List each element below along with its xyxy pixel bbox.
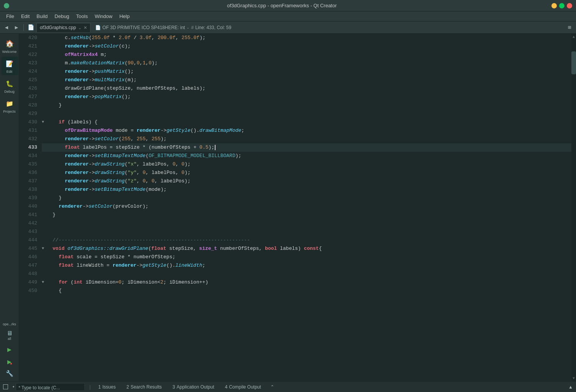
title-text: of3dGraphics.cpp - openFrameworks - Qt C… <box>12 3 551 8</box>
tab-close-icon[interactable]: ✕ <box>84 25 87 30</box>
code-line-427: ▶ renderer->popMatrix(); <box>42 93 571 101</box>
search-label: Search Results <box>130 384 161 390</box>
run-button-green[interactable]: ▶ <box>7 344 12 354</box>
scroll-down-btn[interactable]: ▼ <box>571 375 576 381</box>
welcome-icon: 🏠 <box>4 38 15 49</box>
projects-label: Projects <box>3 110 16 113</box>
code-line-441: ▶ } <box>42 211 571 219</box>
status-right-expand[interactable]: ▲ <box>568 384 573 390</box>
sidebar-item-debug[interactable]: 🐛 Debug <box>1 77 18 95</box>
output-arrow[interactable]: ⌃ <box>270 384 274 390</box>
code-line-420: ▶ c.setHsb(255.0f * 2.0f / 3.0f, 200.0f,… <box>42 34 571 42</box>
code-line-428: ▶ } <box>42 101 571 110</box>
maximize-btn[interactable] <box>559 3 564 8</box>
compile-num: 4 <box>225 384 228 390</box>
forward-button[interactable]: ▶ <box>12 23 21 32</box>
menu-tools[interactable]: Tools <box>73 13 91 20</box>
menu-window[interactable]: Window <box>92 13 115 20</box>
code-line-425: ▶ renderer->multMatrix(m); <box>42 76 571 84</box>
statusbar: • * Type to locate (C... | 1 Issues 2 Se… <box>0 381 576 392</box>
code-line-440: ▶ renderer->setColor(prevColor); <box>42 202 571 211</box>
sidebar-item-welcome[interactable]: 🏠 Welcome <box>1 37 18 55</box>
menu-help[interactable]: Help <box>116 13 133 20</box>
code-line-423: ▶ m.makeRotationMatrix(90,0,1,0); <box>42 59 571 67</box>
scroll-up-btn[interactable]: ▲ <box>571 34 576 40</box>
code-line-443: ▶ <box>42 228 571 236</box>
editor-tab[interactable]: of3dGraphics.cpp ⌄ ✕ <box>36 23 91 32</box>
locate-bar-wrap: • * Type to locate (C... <box>13 383 85 391</box>
status-tab-3[interactable]: 3 Application Output <box>170 384 217 390</box>
vertical-scrollbar[interactable]: ▲ ▼ <box>571 34 576 381</box>
editor: 420 421 422 423 424 425 426 427 428 429 … <box>19 34 576 381</box>
minimize-btn[interactable] <box>551 3 557 8</box>
code-line-445: ▼ void of3dGraphics::drawGridPlane(float… <box>42 244 571 253</box>
breadcrumb-area: 📄 OF 3D PRIMITIVE ICO SP418HERE: int ⌄ #… <box>92 25 564 30</box>
code-line-430: ▼ if (labels) { <box>42 118 571 126</box>
code-line-421: ▶ renderer->setColor(c); <box>42 42 571 51</box>
search-num: 2 <box>127 384 129 390</box>
code-line-424: ▶ renderer->pushMatrix(); <box>42 67 571 76</box>
breadcrumb-arrow: ⌄ <box>186 25 189 30</box>
run-button-red[interactable]: ▶● <box>7 357 12 367</box>
code-line-437: ▶ renderer->drawString("z", 0, 0, labelP… <box>42 177 571 185</box>
status-icon-sq <box>3 384 8 389</box>
back-button[interactable]: ◀ <box>2 23 11 32</box>
edit-label: Edit <box>7 70 13 74</box>
expand-btn[interactable]: ⊞ <box>565 23 574 32</box>
menu-build[interactable]: Build <box>33 13 51 20</box>
tab-arrow: ⌄ <box>78 26 81 30</box>
code-line-435: ▶ renderer->drawString("x", labelPos, 0,… <box>42 160 571 169</box>
menu-file[interactable]: File <box>3 13 17 20</box>
locate-placeholder[interactable]: * Type to locate (C... <box>16 383 85 391</box>
code-line-433: ▶ float labelPos = stepSize * (numberOfS… <box>42 143 571 152</box>
debug-icon: 🐛 <box>4 78 15 89</box>
code-line-438: ▶ renderer->setBitmapTextMode(mode); <box>42 185 571 194</box>
scroll-thumb[interactable] <box>571 51 576 74</box>
code-line-448: ▶ <box>42 270 571 278</box>
code-line-426: ▶ drawGridPlane(stepSize, numberOfSteps,… <box>42 84 571 93</box>
code-line-436: ▶ renderer->drawString("y", 0, labelPos,… <box>42 169 571 177</box>
code-line-446: ▶ float scale = stepSize * numberOfSteps… <box>42 253 571 261</box>
sidebar-item-edit[interactable]: 📝 Edit <box>1 57 18 75</box>
issues-label: Issues <box>102 384 116 390</box>
tab-filename: of3dGraphics.cpp <box>40 25 76 30</box>
all-label: all <box>8 337 11 341</box>
code-line-431: ▶ ofDrawBitmapMode mode = renderer->getS… <box>42 126 571 135</box>
menubar: File Edit Build Debug Tools Window Help <box>0 11 576 21</box>
code-line-439: ▶ } <box>42 194 571 202</box>
file-icon: 📄 <box>26 23 35 32</box>
sidebar-item-projects[interactable]: 📁 Projects <box>1 97 18 115</box>
bullet: • <box>13 384 14 390</box>
code-line-429: ▶ <box>42 110 571 118</box>
code-content[interactable]: ▶ c.setHsb(255.0f * 2.0f / 3.0f, 200.0f,… <box>40 34 571 381</box>
status-tab-4[interactable]: 4 Compile Output <box>222 384 264 390</box>
code-line-422: ▶ ofMatrix4x4 m; <box>42 51 571 59</box>
issues-num: 1 <box>98 384 101 390</box>
main-area: 🏠 Welcome 📝 Edit 🐛 Debug 📁 Projects ope.… <box>0 34 576 381</box>
line-numbers: 420 421 422 423 424 425 426 427 428 429 … <box>19 34 40 381</box>
app-output-label: Application Output <box>176 384 214 390</box>
status-tab-2[interactable]: 2 Search Results <box>123 384 165 390</box>
status-tab-1[interactable]: 1 Issues <box>95 384 118 390</box>
line-col: Line: 433, Col: 59 <box>195 25 231 30</box>
close-btn[interactable] <box>567 3 572 8</box>
code-line-447: ▶ float lineWidth = renderer->getStyle()… <box>42 261 571 270</box>
build-button[interactable]: 🔧 <box>5 369 14 378</box>
breadcrumb-text: OF 3D PRIMITIVE ICO SP418HERE: int <box>102 25 185 30</box>
sidebar-bottom: ope...rks 🖥 all ▶ ▶● 🔧 <box>0 322 19 381</box>
monitor-icon[interactable]: 🖥 all <box>1 328 18 342</box>
titlebar: of3dGraphics.cpp - openFrameworks - Qt C… <box>0 0 576 11</box>
toolbar: ◀ ▶ 📄 of3dGraphics.cpp ⌄ ✕ 📄 OF 3D PRIMI… <box>0 21 576 34</box>
menu-debug[interactable]: Debug <box>51 13 72 20</box>
hash-symbol: # <box>191 25 194 30</box>
edit-icon: 📝 <box>4 58 15 69</box>
ope-rks-label: ope...rks <box>3 322 16 326</box>
toolbar-separator-1 <box>23 24 24 31</box>
code-line-449: ▼ for (int iDimension=0; iDimension<2; i… <box>42 278 571 287</box>
app-output-num: 3 <box>173 384 175 390</box>
monitor-icon-img: 🖥 <box>7 330 13 337</box>
sidebar: 🏠 Welcome 📝 Edit 🐛 Debug 📁 Projects ope.… <box>0 34 19 381</box>
debug-label: Debug <box>4 90 15 93</box>
menu-edit[interactable]: Edit <box>18 13 33 20</box>
code-line-450: ▶ { <box>42 287 571 295</box>
